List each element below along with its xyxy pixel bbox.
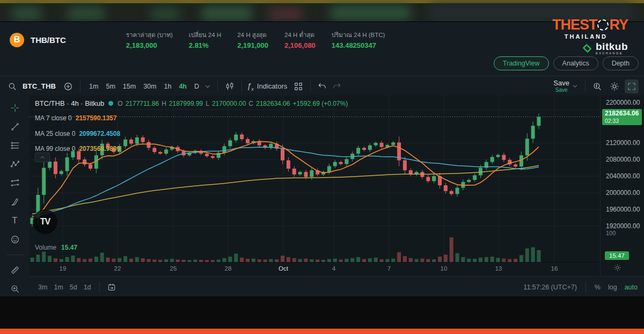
volume-bar	[368, 258, 372, 262]
divider	[241, 81, 242, 92]
candle-body	[444, 185, 448, 191]
tf-1d[interactable]: D	[191, 81, 203, 92]
chart-bottom-bar: 3m 1m 5d 1d 11:57:26 (UTC+7) % log auto	[30, 276, 644, 297]
tradingview-watermark[interactable]: TV	[33, 209, 57, 234]
go-to-date-icon[interactable]	[105, 280, 119, 294]
pattern-tool-icon[interactable]	[8, 157, 22, 171]
browser-background-strip	[0, 0, 644, 21]
zoom-in-tool-icon[interactable]	[8, 282, 22, 296]
screenshot-root: THESTRY THAILAND bitkub EXCHANGE B THB/B…	[0, 0, 644, 334]
symbol-label[interactable]: BTC_THB	[23, 82, 56, 90]
market-status-dot[interactable]	[108, 101, 113, 106]
candle-body	[531, 126, 535, 139]
legend-collapse-button[interactable]	[35, 153, 50, 162]
candle-body	[525, 139, 529, 155]
save-chevron-icon[interactable]	[569, 79, 580, 93]
volume-bar	[123, 256, 127, 262]
time-axis[interactable]: 19222528Oct47101316	[30, 262, 600, 277]
ma99-legend[interactable]: MA 99 close 0 2073568.9809	[35, 145, 120, 153]
layout-grid-icon[interactable]	[291, 79, 305, 93]
candle-body	[141, 137, 145, 142]
ma-line-7	[32, 141, 539, 220]
c-key: C	[248, 100, 253, 107]
candle-body	[496, 155, 500, 157]
tf-4h-active[interactable]: 4h	[175, 81, 191, 92]
timeframe-chevron-icon[interactable]	[203, 79, 213, 93]
chart-canvas[interactable]: BTC/THB · 4h · Bitkub O2177711.86 H21879…	[30, 96, 600, 262]
legend-title[interactable]: BTC/THB · 4h · Bitkub	[35, 99, 104, 107]
candle-body	[467, 180, 471, 182]
chart-settings-gear-icon[interactable]	[608, 79, 621, 93]
chart-style-icon[interactable]	[223, 79, 237, 93]
candle-body	[228, 140, 232, 146]
tf-1m[interactable]: 1m	[85, 81, 102, 92]
projection-tool-icon[interactable]	[8, 176, 22, 190]
stat-last-price: ราคาล่าสุด (บาท) 2,183,000	[126, 30, 173, 49]
volume-bar	[54, 258, 57, 262]
volume-bar	[356, 257, 360, 262]
volume-bar	[240, 258, 244, 262]
volume-bar	[106, 258, 110, 262]
undo-icon[interactable]	[316, 79, 330, 93]
candle-body	[514, 164, 517, 166]
volume-bar	[479, 258, 482, 262]
emoji-tool-icon[interactable]	[8, 233, 22, 246]
candle-body	[129, 140, 133, 144]
candle-body	[158, 152, 162, 154]
percent-scale-toggle[interactable]: %	[595, 284, 601, 291]
bg-blob	[201, 6, 252, 20]
save-button[interactable]: Save Save	[553, 79, 569, 93]
gann-fib-tool-icon[interactable]	[8, 139, 22, 153]
tab-depth[interactable]: Depth	[603, 56, 639, 70]
stat-value: 2,106,080	[284, 41, 316, 49]
stat-change-24h: เปลี่ยน 24 H 2.81%	[189, 30, 221, 49]
tab-analytics[interactable]: Analytics	[553, 56, 598, 70]
range-5d[interactable]: 5d	[67, 282, 80, 293]
tab-tradingview[interactable]: TradingView	[494, 56, 549, 70]
volume-bar	[491, 257, 494, 262]
trendline-tool-icon[interactable]	[8, 120, 22, 134]
stat-value: 2,191,000	[237, 41, 268, 49]
crosshair-tool-icon[interactable]	[8, 101, 22, 115]
candle-body	[48, 162, 52, 168]
log-scale-toggle[interactable]: log	[608, 284, 617, 291]
tf-15m[interactable]: 15m	[119, 81, 140, 92]
candle-body	[54, 162, 57, 174]
ma25-value: 2099672.4508	[79, 130, 120, 137]
bitkub-icon	[582, 43, 592, 54]
redo-icon[interactable]	[330, 79, 343, 93]
volume-bar	[444, 255, 448, 262]
candle-body	[205, 154, 209, 156]
clock-utc[interactable]: 11:57:26 (UTC+7)	[523, 284, 576, 291]
candle-body	[333, 162, 337, 166]
compare-add-icon[interactable]	[61, 79, 75, 93]
ma7-legend[interactable]: MA 7 close 0 2157590.1357	[35, 114, 116, 122]
indicators-button[interactable]: ƒx Indicators	[247, 81, 287, 92]
stat-label: ปริมาณ 24 H (BTC)	[332, 30, 385, 40]
axis-settings-gear-icon[interactable]	[613, 264, 621, 272]
auto-scale-toggle[interactable]: auto	[625, 284, 638, 291]
time-tick-label: 22	[114, 265, 121, 272]
tf-5m[interactable]: 5m	[102, 81, 119, 92]
price-axis[interactable]: 2182634.06 02:33 100 15.47 2200000.00212…	[600, 96, 644, 276]
candle-body	[450, 191, 453, 194]
fullscreen-icon[interactable]	[625, 79, 639, 93]
tf-1h[interactable]: 1h	[160, 81, 175, 92]
range-1d[interactable]: 1d	[80, 282, 94, 293]
brush-tool-icon[interactable]	[8, 195, 22, 209]
tf-30m[interactable]: 30m	[140, 81, 160, 92]
range-3m[interactable]: 3m	[35, 282, 50, 293]
range-1m[interactable]: 1m	[50, 282, 66, 293]
timeframe-group: 1m 5m 15m 30m 1h 4h D	[85, 79, 213, 93]
ma25-legend[interactable]: MA 25 close 0 2099672.4508	[35, 130, 120, 137]
volume-legend[interactable]: Volume 15.47	[35, 244, 77, 251]
change-value: +1592.69 (+0.07%)	[292, 100, 348, 107]
text-tool-icon[interactable]: T	[8, 214, 22, 228]
symbol-search-icon[interactable]	[5, 79, 19, 93]
quick-search-icon[interactable]	[590, 79, 604, 93]
candle-body	[426, 177, 430, 181]
candle-body	[223, 146, 226, 153]
measure-tool-icon[interactable]	[8, 263, 22, 277]
volume-bar	[438, 257, 442, 262]
volume-bar	[287, 257, 290, 262]
